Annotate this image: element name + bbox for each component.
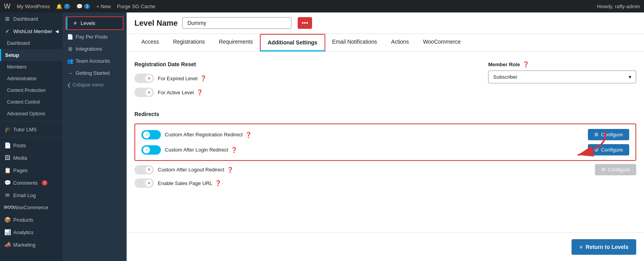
for-active-level-toggle[interactable]: ✕ [134, 88, 154, 97]
collapse-menu-btn[interactable]: ❮ Collapse menu [62, 79, 127, 91]
sub-sidebar-integrations-label: Integrations [76, 46, 102, 52]
sidebar-item-tutor-lms[interactable]: 🎓 Tutor LMS [0, 123, 62, 136]
notifications[interactable]: 🔔 7 [56, 4, 70, 9]
configure-logout-label: Configure [608, 167, 630, 173]
sidebar-item-setup[interactable]: Setup [0, 49, 62, 61]
custom-after-logout-help-icon[interactable]: ❓ [227, 167, 233, 173]
sub-sidebar-item-team-accounts[interactable]: 👥 Team Accounts [62, 55, 127, 67]
comments-link[interactable]: 💬 3 [76, 4, 90, 9]
getting-started-icon: → [67, 70, 73, 76]
sidebar-item-comments-label: Comments [13, 180, 38, 186]
sidebar-item-members[interactable]: Members [0, 61, 62, 73]
dots-button[interactable]: ••• [298, 17, 312, 29]
sub-sidebar-item-levels[interactable]: ≡ Levels [66, 17, 123, 29]
tab-access[interactable]: Access [134, 34, 166, 51]
media-icon: 🖼 [4, 155, 11, 161]
dashboard-icon: ⊞ [4, 16, 11, 22]
site-name[interactable]: My WordPress [17, 4, 50, 9]
purge-cache[interactable]: Purge SG Cache [117, 4, 155, 9]
sidebar-item-wishlist[interactable]: ✓ WishList Member ◀ [0, 25, 62, 37]
email-icon: ✉ [4, 192, 11, 198]
sidebar-item-posts[interactable]: 📄 Posts [0, 139, 62, 152]
sidebar-item-analytics[interactable]: 📊 Analytics [0, 226, 62, 238]
tab-email-notifications-label: Email Notifications [332, 39, 377, 45]
configure-login-label: Configure [601, 147, 623, 153]
sub-sidebar-item-getting-started[interactable]: → Getting Started [62, 67, 127, 79]
sidebar-item-dashboard[interactable]: ⊞ Dashboard [0, 12, 62, 25]
footer-actions: ≡ Return to Levels [127, 233, 644, 261]
products-icon: 📦 [4, 217, 11, 223]
admin-bar: W My WordPress 🔔 7 💬 3 + New Purge SG Ca… [0, 0, 644, 12]
member-role-section: Member Role ❓ Subscriber Editor Author C… [488, 61, 636, 102]
sidebar-item-media-label: Media [13, 155, 27, 161]
sidebar-item-woocommerce[interactable]: WOO WooCommerce [0, 201, 62, 213]
sub-sidebar-levels-label: Levels [81, 20, 95, 26]
configure-registration-btn[interactable]: ⚙ Configure [588, 129, 629, 140]
site-name-label: My WordPress [17, 4, 50, 9]
sidebar-item-comments[interactable]: 💬 Comments 3 [0, 176, 62, 189]
tab-woocommerce[interactable]: WooCommerce [416, 34, 468, 51]
tab-requirements-label: Requirements [219, 39, 253, 45]
chevron-left-icon: ❮ [67, 82, 71, 88]
wp-logo[interactable]: W [4, 2, 11, 11]
custom-after-login-row: ✓ Custom After Login Redirect ❓ ⚙ Config… [141, 144, 629, 155]
sidebar-item-email-log[interactable]: ✉ Email Log [0, 189, 62, 201]
tab-additional-settings-label: Additional Settings [268, 39, 318, 46]
custom-after-logout-row: ✕ Custom After Logout Redirect ❓ ⚙ Confi… [134, 164, 636, 175]
sidebar-item-media[interactable]: 🖼 Media [0, 152, 62, 164]
enable-sales-page-toggle[interactable]: ✕ [134, 178, 154, 188]
tab-registrations[interactable]: Registrations [166, 34, 212, 51]
custom-after-logout-label: Custom After Logout Redirect ❓ [158, 167, 591, 173]
level-name-input[interactable] [182, 17, 291, 29]
custom-after-registration-toggle[interactable]: ✓ [141, 130, 161, 139]
configure-registration-label: Configure [601, 132, 623, 138]
sidebar-item-administration[interactable]: Administration [0, 73, 62, 85]
sub-sidebar-item-pay-per-posts[interactable]: 📄 Pay Per Posts [62, 31, 127, 43]
sidebar-item-posts-label: Posts [13, 143, 26, 148]
toggle-x-icon: ✕ [145, 75, 152, 82]
for-expired-help-icon[interactable]: ❓ [200, 75, 206, 81]
sidebar-item-pages[interactable]: 📋 Pages [0, 164, 62, 176]
custom-after-login-toggle[interactable]: ✓ [141, 145, 161, 155]
sub-sidebar-item-integrations[interactable]: ⊞ Integrations [62, 43, 127, 55]
tab-email-notifications[interactable]: Email Notifications [325, 34, 384, 51]
sidebar-item-content-protection[interactable]: Content Protection [0, 85, 62, 96]
enable-sales-help-icon[interactable]: ❓ [215, 180, 221, 186]
for-active-level-row: ✕ For Active Level ❓ [134, 88, 473, 97]
configure-login-btn[interactable]: ⚙ Configure [588, 144, 629, 155]
tab-requirements[interactable]: Requirements [212, 34, 260, 51]
wp-sidebar: ⊞ Dashboard ✓ WishList Member ◀ Dashboar… [0, 12, 62, 261]
tab-actions[interactable]: Actions [384, 34, 416, 51]
gear2-icon: ⚙ [594, 147, 599, 153]
pages-icon: 📋 [4, 167, 11, 173]
sidebar-item-email-label: Email Log [13, 192, 36, 198]
sub-sidebar-getting-started-label: Getting Started [76, 70, 109, 76]
sidebar-item-content-protection-label: Content Protection [7, 88, 46, 93]
for-expired-level-toggle[interactable]: ✕ [134, 74, 154, 83]
new-link[interactable]: + New [96, 4, 111, 9]
custom-after-login-label: Custom After Login Redirect ❓ [165, 147, 584, 153]
sidebar-item-setup-label: Setup [5, 52, 19, 58]
check-icon: ✓ [4, 28, 11, 34]
member-role-select[interactable]: Subscriber Editor Author Contributor [488, 71, 636, 83]
sidebar-item-advanced-options[interactable]: Advanced Options [0, 108, 62, 120]
sidebar-item-content-control[interactable]: Content Control [0, 96, 62, 108]
sidebar-item-wlm-dashboard[interactable]: Dashboard [0, 37, 62, 49]
sidebar-item-products[interactable]: 📦 Products [0, 213, 62, 226]
sidebar-item-advanced-options-label: Advanced Options [7, 111, 45, 116]
gear3-icon: ⚙ [601, 167, 606, 173]
sidebar-item-marketing[interactable]: 📣 Marketing [0, 238, 62, 251]
custom-after-reg-help-icon[interactable]: ❓ [245, 132, 252, 138]
member-role-help-icon[interactable]: ❓ [522, 61, 529, 67]
toggle-x4-icon: ✕ [145, 180, 152, 187]
custom-after-registration-row: ✓ Custom After Registration Redirect ❓ ⚙… [141, 129, 629, 140]
pay-per-posts-icon: 📄 [67, 34, 73, 40]
sidebar-item-administration-label: Administration [7, 76, 37, 81]
return-to-levels-btn[interactable]: ≡ Return to Levels [572, 239, 636, 255]
custom-after-login-help-icon[interactable]: ❓ [231, 147, 237, 153]
gear-icon: ⚙ [594, 132, 599, 138]
tab-additional-settings[interactable]: Additional Settings [260, 34, 325, 51]
user-greeting: Howdy, raffy-admin [597, 4, 640, 9]
for-active-help-icon[interactable]: ❓ [196, 89, 203, 95]
custom-after-logout-toggle[interactable]: ✕ [134, 165, 154, 175]
